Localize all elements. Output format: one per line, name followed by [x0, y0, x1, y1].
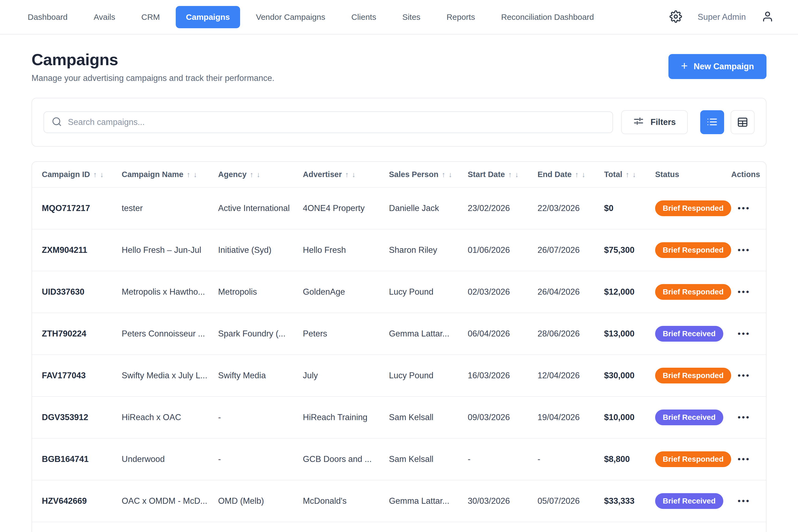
page-header: Campaigns Manage your advertising campai…: [32, 50, 766, 83]
list-view-button[interactable]: [700, 110, 724, 134]
end-date-cell: 26/04/2026: [537, 271, 604, 313]
advertiser-cell: Hello Fresh: [303, 229, 389, 271]
nav-item-sites[interactable]: Sites: [392, 6, 431, 28]
page-header-text: Campaigns Manage your advertising campai…: [32, 50, 274, 83]
row-actions-button[interactable]: •••: [731, 496, 750, 506]
nav-item-clients[interactable]: Clients: [341, 6, 386, 28]
agency-cell: Metropolis: [218, 271, 303, 313]
total-cell: $8,800: [604, 438, 655, 480]
total-cell: $75,300: [604, 229, 655, 271]
table-row[interactable]: HZV642669OAC x OMDM - McD...OMD (Melb)Mc…: [32, 480, 766, 522]
column-header-campaign-name[interactable]: Campaign Name↑ ↓: [122, 162, 218, 187]
row-actions-button[interactable]: •••: [731, 413, 750, 422]
nav-item-reports[interactable]: Reports: [436, 6, 486, 28]
row-actions-button[interactable]: •••: [731, 204, 750, 213]
status-cell: Brief Responded: [655, 355, 731, 397]
table-row[interactable]: MQO717217testerActive International4ONE4…: [32, 187, 766, 229]
total-cell: $0: [604, 187, 655, 229]
sales-person-cell: Gemma Lattar...: [389, 522, 468, 532]
row-actions-button[interactable]: •••: [731, 246, 750, 255]
table-view-button[interactable]: [730, 110, 755, 134]
search-icon: [52, 116, 62, 128]
campaign-id-cell: DGV353912: [32, 397, 122, 438]
settings-button[interactable]: [669, 10, 682, 24]
profile-button[interactable]: [762, 11, 774, 23]
sales-person-cell: Lucy Pound: [389, 355, 468, 397]
end-date-cell: 22/03/2026: [537, 187, 604, 229]
table-view-icon: [737, 116, 748, 129]
actions-cell: •••: [731, 355, 766, 397]
status-cell: Brief Received: [655, 480, 731, 522]
start-date-cell: 01/06/2026: [468, 229, 537, 271]
status-cell: Brief Responded: [655, 271, 731, 313]
end-date-cell: 28/06/2026: [537, 313, 604, 355]
search-input[interactable]: [68, 117, 605, 127]
table-row[interactable]: BGB164741Underwood-GCB Doors and ...Sam …: [32, 438, 766, 480]
nav-item-avails[interactable]: Avails: [83, 6, 126, 28]
actions-cell: •••: [731, 271, 766, 313]
start-date-cell: 02/03/2026: [468, 522, 537, 532]
nav-item-dashboard[interactable]: Dashboard: [17, 6, 78, 28]
gear-icon: [669, 10, 682, 24]
actions-cell: •••: [731, 480, 766, 522]
campaign-id-cell: d6045351-aa1...: [32, 522, 122, 532]
table-body: MQO717217testerActive International4ONE4…: [32, 187, 766, 532]
table-row[interactable]: ZTH790224Peters Connoisseur ...Spark Fou…: [32, 313, 766, 355]
row-actions-button[interactable]: •••: [731, 455, 750, 464]
nav-item-crm[interactable]: CRM: [131, 6, 170, 28]
top-navigation: DashboardAvailsCRMCampaignsVendor Campai…: [0, 0, 798, 35]
new-campaign-button[interactable]: + New Campaign: [668, 54, 766, 79]
table-row[interactable]: FAV177043Swifty Media x July L...Swifty …: [32, 355, 766, 397]
toolbar: Filters: [32, 98, 766, 147]
start-date-cell: -: [468, 438, 537, 480]
row-actions-button[interactable]: •••: [731, 371, 750, 380]
sort-arrows-icon: ↑ ↓: [575, 171, 586, 179]
start-date-cell: 16/03/2026: [468, 355, 537, 397]
agency-cell: Swifty Media: [218, 355, 303, 397]
agency-cell: -: [218, 438, 303, 480]
start-date-cell: 30/03/2026: [468, 480, 537, 522]
table-header: Campaign ID↑ ↓Campaign Name↑ ↓Agency↑ ↓A…: [32, 162, 766, 187]
status-badge: Brief Responded: [655, 201, 731, 216]
column-header-start-date[interactable]: Start Date↑ ↓: [468, 162, 537, 187]
column-header-agency[interactable]: Agency↑ ↓: [218, 162, 303, 187]
column-header-end-date[interactable]: End Date↑ ↓: [537, 162, 604, 187]
list-view-icon: [706, 116, 718, 129]
nav-item-vendor-campaigns[interactable]: Vendor Campaigns: [246, 6, 336, 28]
total-cell: $33,333: [604, 480, 655, 522]
total-cell: $13,000: [604, 313, 655, 355]
status-badge: Brief Received: [655, 493, 723, 509]
sliders-icon: [633, 116, 644, 129]
column-header-campaign-id[interactable]: Campaign ID↑ ↓: [32, 162, 122, 187]
sales-person-cell: Lucy Pound: [389, 271, 468, 313]
total-cell: $10,000: [604, 522, 655, 532]
agency-cell: OMD (Melb): [218, 480, 303, 522]
campaign-name-cell: Peters Connoisseur ...: [122, 313, 218, 355]
advertiser-cell: Peters: [303, 313, 389, 355]
column-header-advertiser[interactable]: Advertiser↑ ↓: [303, 162, 389, 187]
nav-item-reconciliation-dashboard[interactable]: Reconciliation Dashboard: [491, 6, 604, 28]
campaign-id-cell: UID337630: [32, 271, 122, 313]
row-actions-button[interactable]: •••: [731, 287, 750, 297]
status-cell: Brief Responded: [655, 229, 731, 271]
column-header-sales-person[interactable]: Sales Person↑ ↓: [389, 162, 468, 187]
nav-item-campaigns[interactable]: Campaigns: [176, 6, 240, 28]
total-cell: $12,000: [604, 271, 655, 313]
campaign-name-cell: Swifty Media x July L...: [122, 355, 218, 397]
campaigns-table-card: Campaign ID↑ ↓Campaign Name↑ ↓Agency↑ ↓A…: [32, 161, 766, 532]
table-row[interactable]: UID337630Metropolis x Hawtho...Metropoli…: [32, 271, 766, 313]
end-date-cell: -: [537, 438, 604, 480]
user-name: Super Admin: [698, 12, 746, 22]
start-date-cell: 02/03/2026: [468, 271, 537, 313]
column-header-total[interactable]: Total↑ ↓: [604, 162, 655, 187]
topnav-right: Super Admin: [669, 10, 774, 24]
filters-button[interactable]: Filters: [621, 110, 688, 134]
row-actions-button[interactable]: •••: [731, 329, 750, 338]
end-date-cell: 22/03/2026: [537, 522, 604, 532]
table-row[interactable]: d6045351-aa1...Toyota Tundra - Mar...Spa…: [32, 522, 766, 532]
table-row[interactable]: DGV353912HiReach x OAC-HiReach TrainingS…: [32, 397, 766, 438]
campaign-name-cell: Underwood: [122, 438, 218, 480]
status-badge: Brief Received: [655, 410, 723, 425]
table-row[interactable]: ZXM904211Hello Fresh – Jun-JulInitiative…: [32, 229, 766, 271]
status-badge: Brief Responded: [655, 368, 731, 383]
